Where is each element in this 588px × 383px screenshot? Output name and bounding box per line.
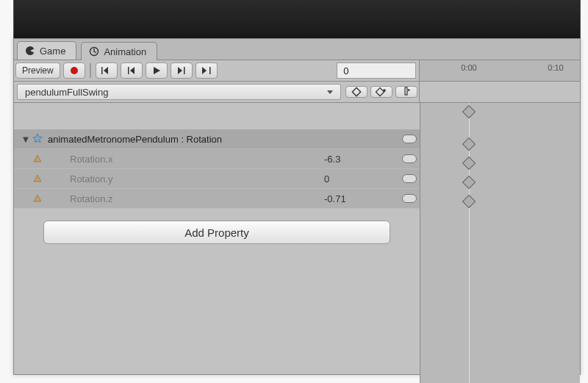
current-frame-field[interactable]: 0 — [337, 62, 416, 79]
property-header-row[interactable]: ▼ animatedMetronomePendulum : Rotation — [14, 129, 420, 149]
event-lane[interactable] — [419, 82, 580, 102]
add-property-button[interactable]: Add Property — [43, 221, 390, 244]
ruler-tick: 0:00 — [461, 63, 476, 72]
property-list-panel: ▼ animatedMetronomePendulum : Rotation — [14, 103, 420, 383]
property-name: Rotation.y — [48, 173, 324, 185]
preview-label: Preview — [22, 65, 54, 76]
clock-icon — [89, 46, 99, 57]
transform-icon — [32, 153, 43, 165]
property-name: Rotation.z — [48, 193, 324, 204]
transport-toolbar: Preview — [14, 60, 580, 82]
transform-icon — [32, 133, 43, 145]
svg-rect-4 — [128, 67, 129, 74]
keyframe[interactable] — [462, 176, 476, 189]
tab-animation-label: Animation — [104, 46, 146, 57]
record-icon — [68, 65, 80, 76]
dopesheet[interactable] — [420, 103, 580, 383]
context-icon — [402, 194, 417, 203]
goto-end-icon — [201, 66, 212, 75]
play-icon — [152, 66, 161, 75]
tab-bar: Game Animation — [14, 39, 580, 60]
prev-key-button[interactable] — [121, 62, 143, 79]
svg-rect-5 — [184, 67, 185, 74]
context-icon — [402, 135, 417, 143]
separator — [90, 63, 91, 78]
svg-rect-8 — [376, 87, 384, 96]
context-icon — [402, 174, 417, 183]
pacman-icon — [25, 46, 35, 56]
next-key-icon — [176, 66, 187, 75]
property-context-button[interactable] — [399, 174, 420, 183]
property-value[interactable]: 0 — [324, 173, 399, 185]
property-child-row[interactable]: Rotation.z -0.71 — [14, 189, 420, 209]
filter-by-selection-button[interactable] — [345, 86, 368, 98]
svg-rect-9 — [405, 87, 407, 95]
tab-game[interactable]: Game — [17, 41, 76, 60]
keyframe[interactable] — [462, 137, 476, 151]
property-child-row[interactable]: Rotation.y 0 — [14, 169, 420, 189]
keyframe[interactable] — [462, 195, 476, 208]
play-button[interactable] — [146, 62, 168, 79]
event-marker-icon — [402, 87, 411, 97]
tab-game-label: Game — [40, 46, 65, 57]
scene-viewport — [13, 0, 581, 39]
property-context-button[interactable] — [399, 194, 420, 203]
clip-name: pendulumFullSwing — [25, 87, 108, 98]
dopesheet-panel — [420, 103, 580, 383]
next-key-button[interactable] — [171, 62, 193, 79]
property-child-row[interactable]: Rotation.x -6.3 — [14, 149, 420, 169]
tab-animation[interactable]: Animation — [81, 42, 157, 60]
current-frame-value: 0 — [343, 65, 348, 76]
diamond-plus-icon — [376, 87, 387, 97]
goto-start-button[interactable] — [96, 62, 118, 79]
property-name: Rotation.x — [48, 154, 324, 165]
clip-dropdown[interactable]: pendulumFullSwing — [17, 84, 341, 100]
svg-rect-6 — [209, 67, 211, 74]
keyframe[interactable] — [462, 105, 476, 118]
time-ruler[interactable]: 0:00 0:10 — [419, 60, 580, 82]
foldout-toggle[interactable]: ▼ — [20, 134, 32, 145]
property-context-button[interactable] — [399, 135, 420, 143]
diamond-icon — [351, 87, 362, 97]
animation-window: Game Animation Preview — [13, 38, 581, 375]
svg-rect-3 — [101, 67, 103, 74]
record-button[interactable] — [63, 62, 85, 79]
add-keyframe-button[interactable] — [370, 86, 392, 98]
property-context-button[interactable] — [399, 154, 420, 163]
property-value[interactable]: -0.71 — [324, 193, 399, 204]
prev-key-icon — [126, 66, 137, 75]
transform-icon — [32, 193, 43, 204]
keyframe[interactable] — [462, 157, 476, 170]
transform-icon — [32, 173, 43, 185]
add-event-button[interactable] — [395, 86, 417, 98]
goto-end-button[interactable] — [196, 62, 218, 79]
clip-row: pendulumFullSwing — [14, 82, 580, 103]
goto-start-icon — [101, 66, 112, 75]
preview-toggle[interactable]: Preview — [15, 62, 60, 79]
ruler-tick: 0:10 — [548, 63, 563, 72]
add-property-label: Add Property — [184, 226, 249, 239]
context-icon — [402, 154, 417, 163]
property-value[interactable]: -6.3 — [324, 154, 399, 165]
property-name: animatedMetronomePendulum : Rotation — [48, 134, 324, 145]
svg-rect-7 — [353, 87, 361, 96]
svg-point-2 — [71, 67, 78, 74]
